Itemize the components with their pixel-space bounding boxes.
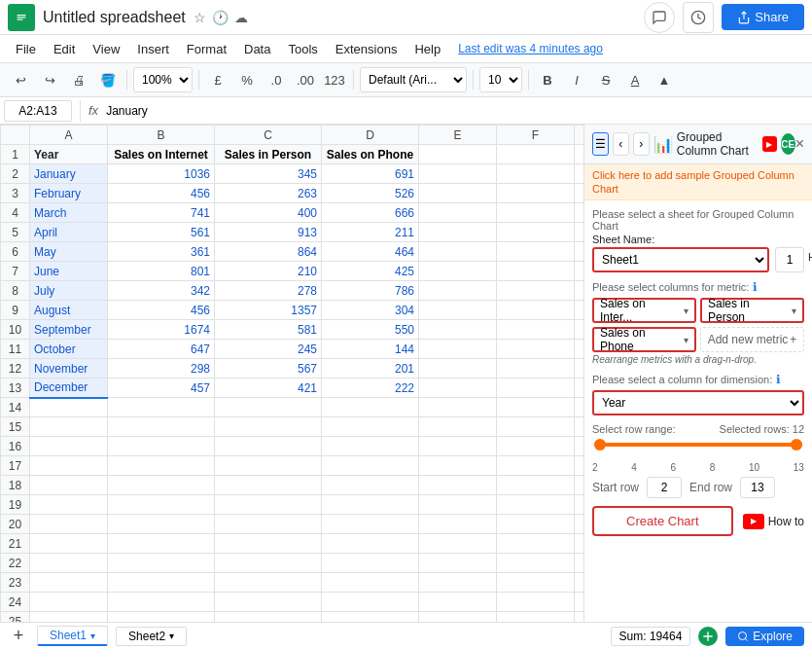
cell-b20[interactable]: [108, 515, 215, 534]
cell-d9[interactable]: 304: [322, 301, 419, 320]
cell-b1[interactable]: Sales on Internet: [108, 145, 215, 164]
cell-a19[interactable]: [30, 495, 108, 515]
cell-f9[interactable]: [497, 301, 575, 320]
cell-a3[interactable]: February: [30, 184, 108, 203]
cell-b19[interactable]: [108, 495, 215, 515]
row-header-19[interactable]: 19: [1, 495, 30, 515]
create-chart-button[interactable]: Create Chart: [592, 506, 733, 536]
cell-m14[interactable]: [575, 398, 584, 417]
cell-c25[interactable]: [215, 612, 322, 623]
cell-a24[interactable]: [30, 593, 108, 612]
cell-a15[interactable]: [30, 417, 108, 437]
cell-c1[interactable]: Sales in Person: [215, 145, 322, 164]
cell-c13[interactable]: 421: [215, 379, 322, 398]
cell-a9[interactable]: August: [30, 301, 108, 320]
cell-b24[interactable]: [108, 593, 215, 612]
sheet-tab-2[interactable]: Sheet2 ▾: [116, 627, 187, 646]
currency-button[interactable]: £: [205, 67, 230, 92]
cell-m15[interactable]: [575, 417, 584, 437]
cell-c21[interactable]: [215, 534, 322, 554]
cell-d6[interactable]: 464: [322, 242, 419, 262]
cell-c18[interactable]: [215, 476, 322, 495]
cell-f2[interactable]: [497, 164, 575, 184]
cell-m3[interactable]: [575, 184, 584, 203]
cell-c4[interactable]: 400: [215, 203, 322, 223]
cell-f10[interactable]: [497, 320, 575, 340]
cell-b5[interactable]: 561: [108, 223, 215, 242]
dimension-select[interactable]: Year: [592, 390, 804, 415]
cell-d21[interactable]: [322, 534, 419, 554]
cell-m16[interactable]: [575, 437, 584, 456]
metric-tag-internet[interactable]: Sales on Inter... ▾: [592, 298, 696, 323]
cell-c14[interactable]: [215, 398, 322, 417]
cell-e15[interactable]: [419, 417, 497, 437]
cell-m10[interactable]: [575, 320, 584, 340]
cell-b12[interactable]: 298: [108, 359, 215, 379]
cell-b6[interactable]: 361: [108, 242, 215, 262]
history-button[interactable]: [683, 2, 714, 33]
row-header-13[interactable]: 13: [1, 379, 30, 398]
cell-c2[interactable]: 345: [215, 164, 322, 184]
row-header-18[interactable]: 18: [1, 476, 30, 495]
cell-a13[interactable]: December: [30, 379, 108, 398]
cell-a10[interactable]: September: [30, 320, 108, 340]
sample-link[interactable]: Click here to add sample Grouped Column …: [592, 169, 794, 195]
cell-a25[interactable]: [30, 612, 108, 623]
row-header-8[interactable]: 8: [1, 281, 30, 301]
cell-a22[interactable]: [30, 554, 108, 573]
cell-e14[interactable]: [419, 398, 497, 417]
sheet-name-select[interactable]: Sheet1 Sheet2: [592, 247, 769, 272]
decimal-increase-button[interactable]: .00: [293, 67, 318, 92]
cell-reference-input[interactable]: [4, 100, 72, 122]
cell-a17[interactable]: [30, 456, 108, 476]
cell-b23[interactable]: [108, 573, 215, 593]
cell-m4[interactable]: [575, 203, 584, 223]
font-select[interactable]: Default (Ari...: [360, 67, 467, 92]
youtube-icon[interactable]: [762, 136, 777, 152]
cell-b9[interactable]: 456: [108, 301, 215, 320]
cell-d1[interactable]: Sales on Phone: [322, 145, 419, 164]
undo-button[interactable]: ↩: [8, 67, 33, 92]
panel-forward-button[interactable]: ›: [633, 132, 650, 156]
cell-d13[interactable]: 222: [322, 379, 419, 398]
cell-d18[interactable]: [322, 476, 419, 495]
cell-c11[interactable]: 245: [215, 340, 322, 359]
cell-e7[interactable]: [419, 262, 497, 281]
cell-c7[interactable]: 210: [215, 262, 322, 281]
cell-f5[interactable]: [497, 223, 575, 242]
cell-f12[interactable]: [497, 359, 575, 379]
cell-f20[interactable]: [497, 515, 575, 534]
cell-d4[interactable]: 666: [322, 203, 419, 223]
cell-a20[interactable]: [30, 515, 108, 534]
cell-b15[interactable]: [108, 417, 215, 437]
menu-tools[interactable]: Tools: [280, 40, 325, 58]
row-header-1[interactable]: 1: [1, 145, 30, 164]
strikethrough-button[interactable]: S: [593, 67, 618, 92]
cell-f1[interactable]: [497, 145, 575, 164]
cell-f3[interactable]: [497, 184, 575, 203]
cell-b25[interactable]: [108, 612, 215, 623]
cell-f18[interactable]: [497, 476, 575, 495]
col-header-b[interactable]: B: [108, 126, 215, 145]
cell-f6[interactable]: [497, 242, 575, 262]
cell-a8[interactable]: July: [30, 281, 108, 301]
cell-a23[interactable]: [30, 573, 108, 593]
col-header-e[interactable]: E: [419, 126, 497, 145]
add-explore-icon[interactable]: [698, 627, 718, 646]
cell-d16[interactable]: [322, 437, 419, 456]
cell-b2[interactable]: 1036: [108, 164, 215, 184]
col-header-a[interactable]: A: [30, 126, 108, 145]
slider-left-handle[interactable]: [594, 439, 606, 451]
row-header-12[interactable]: 12: [1, 359, 30, 379]
row-header-11[interactable]: 11: [1, 340, 30, 359]
grid-wrapper[interactable]: A B C D E F M 1YearSales on InternetSale…: [0, 125, 583, 622]
cell-a12[interactable]: November: [30, 359, 108, 379]
cell-b11[interactable]: 647: [108, 340, 215, 359]
cell-d24[interactable]: [322, 593, 419, 612]
menu-view[interactable]: View: [85, 40, 127, 58]
cell-d12[interactable]: 201: [322, 359, 419, 379]
cell-c5[interactable]: 913: [215, 223, 322, 242]
cell-b22[interactable]: [108, 554, 215, 573]
cell-d10[interactable]: 550: [322, 320, 419, 340]
slider-right-handle[interactable]: [791, 439, 802, 451]
